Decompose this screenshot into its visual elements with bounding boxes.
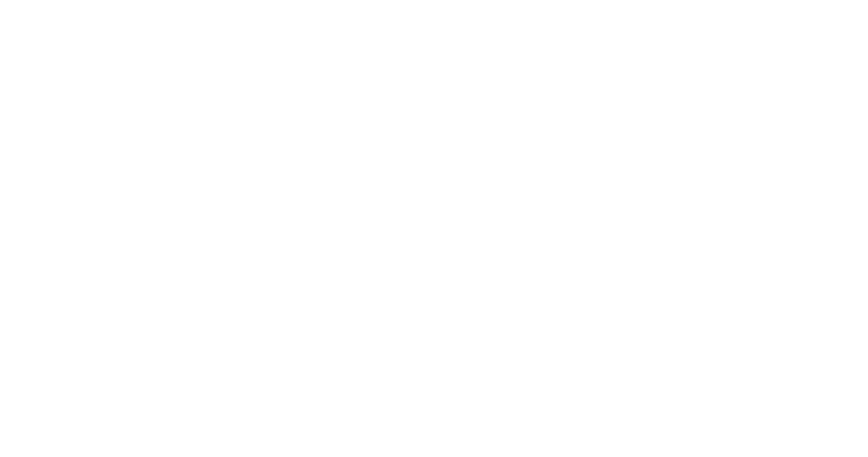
arrivals-line-chart xyxy=(0,0,868,457)
